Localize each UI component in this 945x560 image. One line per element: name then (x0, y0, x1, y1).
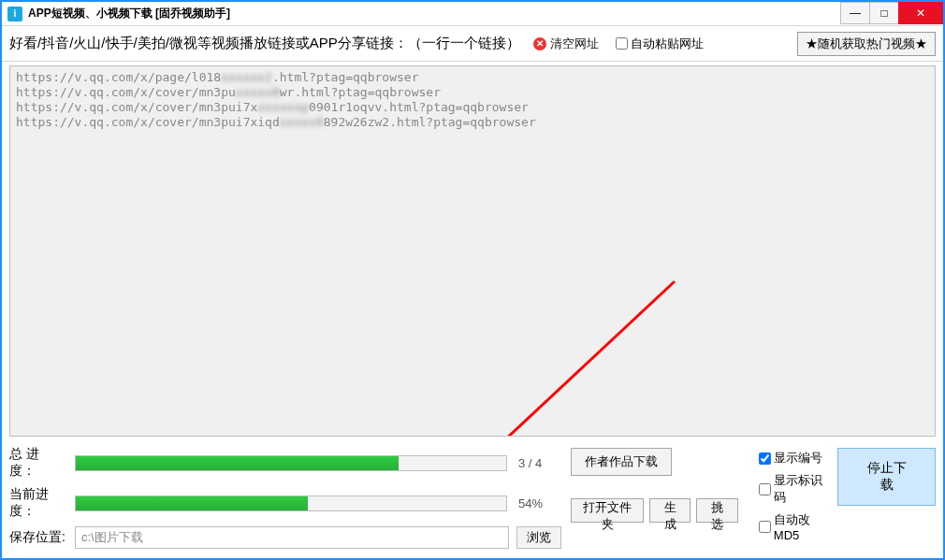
auto-paste-input[interactable] (616, 37, 628, 50)
stop-download-button[interactable]: 停止下载 (837, 448, 936, 506)
clear-urls-label: 清空网址 (550, 36, 599, 52)
save-path-input[interactable] (75, 526, 509, 549)
close-button[interactable]: ✕ (898, 2, 943, 24)
clear-urls-button[interactable]: ✕ 清空网址 (533, 36, 599, 52)
maximize-button[interactable]: □ (869, 2, 899, 24)
generate-button[interactable]: 生成 (649, 498, 691, 523)
auto-md5-checkbox[interactable]: 自动改MD5 (759, 511, 829, 542)
url-textarea[interactable]: https://v.qq.com/x/page/l018xxxxxx2.html… (9, 65, 936, 437)
open-folder-button[interactable]: 打开文件夹 (571, 498, 644, 523)
total-progress-label: 总 进 度： (9, 446, 67, 480)
clear-icon: ✕ (533, 37, 546, 50)
show-code-input[interactable] (759, 483, 771, 495)
bottom-panel: 总 进 度： 3 / 4 当前进度： 54% 保存位置: 浏览 (2, 440, 943, 558)
random-hot-videos-button[interactable]: ★随机获取热门视频★ (797, 32, 936, 56)
current-progress-text: 54% (515, 496, 561, 510)
toolbar: 好看/抖音/火山/快手/美拍/微视等视频播放链接或APP分享链接：（一行一个链接… (2, 26, 943, 62)
app-icon: i (7, 7, 22, 22)
window-title: APP短视频、小视频下载 [固乔视频助手] (28, 6, 841, 22)
auto-md5-label: 自动改MD5 (774, 511, 829, 542)
auto-paste-label: 自动粘贴网址 (631, 36, 704, 52)
show-index-checkbox[interactable]: 显示编号 (759, 450, 829, 467)
svg-line-1 (459, 281, 675, 437)
show-code-checkbox[interactable]: 显示标识码 (759, 472, 829, 506)
auto-paste-checkbox[interactable]: 自动粘贴网址 (616, 36, 704, 52)
total-progress-bar (75, 455, 507, 471)
minimize-button[interactable]: — (840, 2, 870, 24)
author-works-button[interactable]: 作者作品下载 (571, 448, 672, 476)
current-progress-bar (75, 495, 507, 511)
toolbar-instruction: 好看/抖音/火山/快手/美拍/微视等视频播放链接或APP分享链接：（一行一个链接… (9, 35, 520, 52)
total-progress-text: 3 / 4 (515, 456, 561, 470)
show-index-label: 显示编号 (774, 450, 822, 467)
show-index-input[interactable] (759, 452, 771, 465)
pick-button[interactable]: 挑选 (696, 498, 737, 523)
save-location-label: 保存位置: (9, 529, 67, 546)
current-progress-label: 当前进度： (9, 486, 67, 520)
auto-md5-input[interactable] (759, 521, 771, 533)
show-code-label: 显示标识码 (774, 472, 829, 506)
titlebar: i APP短视频、小视频下载 [固乔视频助手] — □ ✕ (2, 2, 943, 26)
annotation-arrow-icon (441, 272, 684, 437)
browse-button[interactable]: 浏览 (516, 526, 561, 549)
